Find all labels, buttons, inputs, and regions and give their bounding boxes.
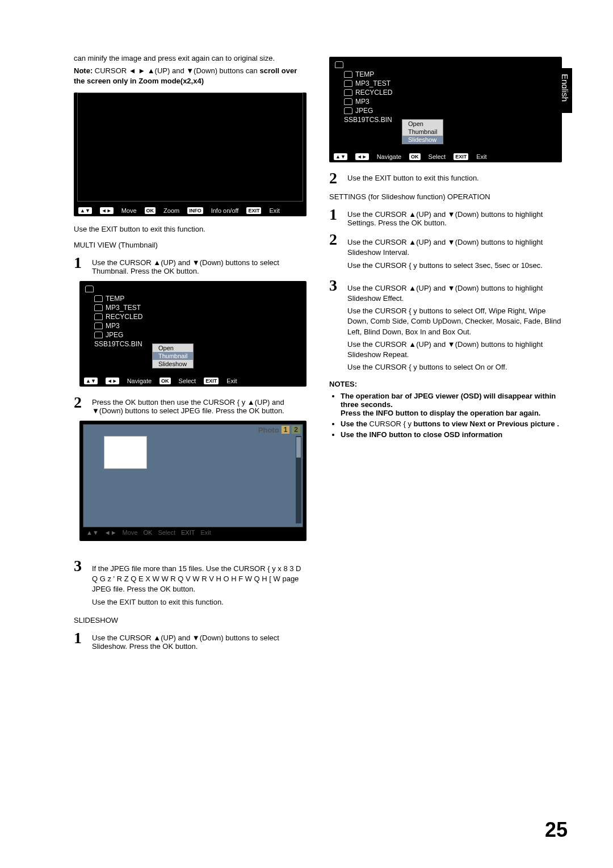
notes-block: NOTES: The operation bar of JPEG viewer … [329,379,562,439]
tree-item: RECYCLED [106,313,142,321]
step-text-set3b: Use the CURSOR { y buttons to select Off… [347,306,562,337]
key-updown: ▲▼ [334,153,347,160]
step-text-set1: Use the CURSOR ▲(UP) and ▼(Down) buttons… [347,207,562,227]
key-ok: OK [143,529,152,536]
settings-title: SETTINGS (for Slideshow function) OPERAT… [329,192,562,202]
note-item-2: Use the CURSOR { y buttons to view Next … [341,420,562,428]
bar-navigate: Navigate [127,378,152,384]
page-number: 25 [545,818,568,842]
left-column: can minify the image and press exit agai… [74,51,306,655]
tree-file: SSB19TCS.BIN [344,116,392,124]
tree-item: TEMP [106,295,124,303]
right-column: TEMP MP3_TEST RECYCLED MP3 JPEG SSB19TCS… [329,51,562,655]
key-ok: OK [145,207,156,214]
step-number-s1: 1 [74,630,85,646]
menu-slideshow[interactable]: Slideshow [153,360,193,368]
bar-move: Move [121,207,137,214]
intro-text: can minify the image and press exit agai… [74,53,306,64]
folder-icon [94,313,103,320]
step-number-1: 1 [74,255,85,271]
key-updown: ▲▼ [86,529,99,536]
multi-view-title: MULTI VIEW (Thumbnail) [74,240,306,250]
bar-select: Select [179,378,196,384]
note-body: CURSOR ◄ ► ▲(UP) and ▼(Down) buttons can [95,66,260,75]
thumb-page-total: 2 [292,426,300,434]
step-number-r2: 2 [329,170,341,186]
notes-label: NOTES: [329,379,562,389]
osd-image-viewer: ▲▼ ◄► Move OK Zoom INFO Info on/off EXIT… [74,93,306,216]
bar-exit: Exit [226,378,237,384]
tree-item: MP3_TEST [355,79,391,87]
folder-icon [94,304,103,311]
bar-exit: Exit [476,153,486,160]
bar-select-faded: Select [158,529,175,536]
key-leftright: ◄► [355,153,369,160]
folder-icon [344,107,352,114]
bar-zoom: Zoom [163,207,179,214]
key-exit: EXIT [246,207,261,214]
key-updown: ▲▼ [84,378,98,384]
thumbnail-item[interactable] [104,436,147,469]
step-text-set2b: Use the CURSOR { y buttons to select 3se… [347,261,562,271]
tree-item: MP3_TEST [106,304,141,312]
key-leftright: ◄► [100,207,114,214]
tree-item: JPEG [355,107,373,115]
key-leftright: ◄► [106,378,119,384]
key-exit: EXIT [454,153,468,160]
note-label: Note: [74,66,93,75]
key-info: INFO [187,207,203,214]
tree-item: MP3 [106,322,120,330]
key-updown: ▲▼ [78,207,92,214]
folder-icon [344,89,352,96]
bar-move-faded: Move [123,529,138,536]
slideshow-title: SLIDESHOW [74,615,306,626]
osd-thumbnail-grid: Photo 1 2 ▲▼ ◄► Move OK Select EXIT Exit [79,421,306,541]
step-number-set1: 1 [329,207,341,223]
menu-slideshow[interactable]: Slideshow [402,136,443,144]
exit-text-3: Use the EXIT button to exit this functio… [92,597,306,607]
step-text-s1: Use the CURSOR ▲(UP) and ▼(Down) buttons… [92,630,306,651]
context-menu: Open Thumbnail Slideshow [152,343,194,368]
folder-icon [94,322,103,329]
bar-info: Info on/off [211,207,239,214]
menu-thumbnail[interactable]: Thumbnail [153,352,193,360]
note-line: Note: CURSOR ◄ ► ▲(UP) and ▼(Down) butto… [74,66,306,86]
menu-thumbnail[interactable]: Thumbnail [402,128,443,136]
osd-file-tree-thumbnail: TEMP MP3_TEST RECYCLED MP3 JPEG SSB19TCS… [79,281,306,387]
tree-item: MP3 [355,98,370,106]
thumb-page-num: 1 [282,426,290,434]
bar-select: Select [429,153,446,160]
folder-icon [85,286,94,292]
step-text-2: Press the OK button then use the CURSOR … [92,395,306,415]
tree-item: TEMP [355,70,374,78]
exit-text-1: Use the EXIT button to exit this functio… [74,224,306,234]
key-leftright: ◄► [104,529,117,536]
folder-icon [94,295,103,302]
tree-file: SSB19TCS.BIN [94,340,142,348]
folder-icon [94,332,103,338]
note-item-1: The operation bar of JPEG viewer (OSD) w… [341,392,562,417]
note-item-3: Use the INFO button to close OSD informa… [341,430,562,439]
context-menu: Open Thumbnail Slideshow [402,119,443,144]
step-text-1: Use the CURSOR ▲(UP) and ▼(Down) buttons… [92,255,306,275]
menu-open[interactable]: Open [402,120,443,128]
step-number-3: 3 [74,558,85,574]
step-number-set2: 2 [329,232,341,248]
step-text-set3d: Use the CURSOR { y buttons to select On … [347,362,562,372]
bar-exit: Exit [269,207,279,214]
menu-open[interactable]: Open [153,344,193,352]
tree-item: RECYCLED [355,89,392,97]
key-ok: OK [409,153,421,160]
scrollbar[interactable] [296,436,301,523]
key-exit: EXIT [204,378,219,384]
folder-icon [344,71,352,78]
folder-icon [344,98,352,105]
step-text-set3c: Use the CURSOR ▲(UP) and ▼(Down) buttons… [347,339,562,360]
step-number-set3: 3 [329,278,341,293]
bar-navigate: Navigate [377,153,401,160]
folder-icon [335,61,343,68]
step-number-2: 2 [74,395,85,410]
step-text-3: If the JPEG file more than 15 files. Use… [92,564,306,595]
step-text-r2: Use the EXIT button to exit this functio… [347,170,562,182]
tree-item: JPEG [106,331,123,339]
